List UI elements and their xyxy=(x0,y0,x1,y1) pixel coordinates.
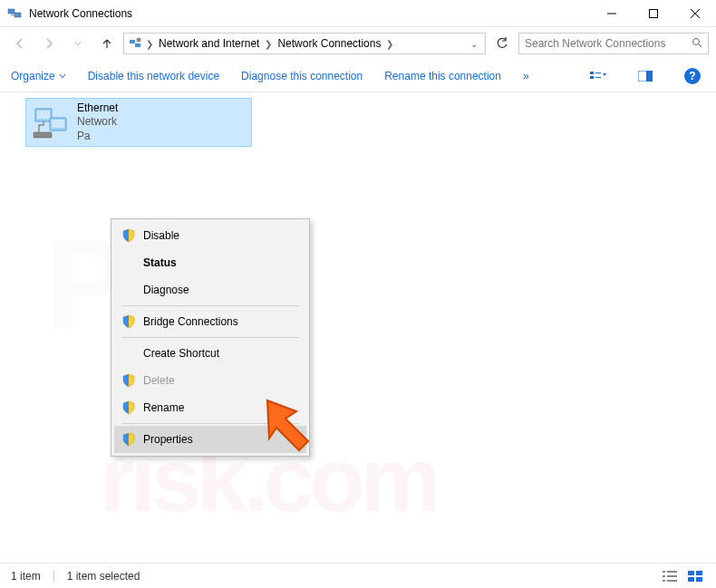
svg-rect-18 xyxy=(663,571,665,573)
svg-rect-4 xyxy=(135,43,140,47)
statusbar: 1 item 1 item selected xyxy=(0,563,716,588)
context-menu: Disable Status Diagnose Bridge Connectio… xyxy=(111,218,310,457)
shield-icon xyxy=(121,400,136,415)
up-button[interactable] xyxy=(94,33,120,54)
breadcrumb-part[interactable]: Network and Internet xyxy=(157,37,261,50)
svg-point-6 xyxy=(693,38,700,44)
svg-rect-7 xyxy=(590,72,594,74)
svg-rect-14 xyxy=(37,111,50,119)
view-options-button[interactable] xyxy=(585,65,611,87)
toolbar-overflow[interactable]: » xyxy=(523,70,529,82)
window-title: Network Connections xyxy=(29,7,591,20)
adapter-name: Ethernet xyxy=(77,101,118,116)
separator xyxy=(121,337,299,338)
svg-rect-12 xyxy=(646,71,653,82)
svg-rect-0 xyxy=(8,9,15,14)
svg-point-5 xyxy=(137,38,141,43)
svg-rect-24 xyxy=(688,571,694,575)
svg-rect-23 xyxy=(667,580,677,582)
svg-rect-20 xyxy=(663,575,665,577)
chevron-right-icon: ❯ xyxy=(146,39,153,49)
svg-rect-16 xyxy=(52,120,64,128)
forward-button[interactable] xyxy=(36,33,62,54)
network-settings-icon xyxy=(128,36,142,51)
cm-disable[interactable]: Disable xyxy=(114,222,306,249)
svg-rect-10 xyxy=(595,77,601,78)
svg-rect-3 xyxy=(130,40,135,43)
search-input[interactable]: Search Network Connections xyxy=(518,33,709,54)
chevron-right-icon: ❯ xyxy=(265,39,272,49)
cm-rename[interactable]: Rename xyxy=(114,394,306,421)
svg-rect-9 xyxy=(595,72,601,73)
maximize-button[interactable] xyxy=(633,0,674,27)
shield-icon xyxy=(121,314,136,329)
adapter-network-label: Network xyxy=(77,115,118,130)
back-button[interactable] xyxy=(7,33,33,54)
separator xyxy=(121,423,299,424)
content-area: PC risk.com Ethernet Network Pa Disable … xyxy=(0,92,716,564)
cm-delete: Delete xyxy=(114,367,306,394)
titlebar: Network Connections xyxy=(0,0,716,27)
svg-rect-19 xyxy=(667,571,677,573)
cm-properties[interactable]: Properties xyxy=(114,426,306,453)
cm-bridge-connections[interactable]: Bridge Connections xyxy=(114,308,306,335)
recent-dropdown[interactable] xyxy=(65,33,91,54)
ethernet-adapter-item[interactable]: Ethernet Network Pa xyxy=(25,98,252,147)
adapter-info: Ethernet Network Pa xyxy=(77,101,118,144)
svg-rect-8 xyxy=(590,76,594,79)
adapter-device-label: Pa xyxy=(77,130,118,144)
organize-menu[interactable]: Organize xyxy=(11,70,66,82)
svg-rect-17 xyxy=(34,132,52,138)
cm-create-shortcut[interactable]: Create Shortcut xyxy=(114,340,306,367)
svg-rect-25 xyxy=(696,571,702,575)
network-adapter-icon xyxy=(32,103,70,141)
svg-rect-26 xyxy=(688,577,694,582)
shield-icon xyxy=(121,373,136,388)
rename-connection-button[interactable]: Rename this connection xyxy=(384,70,501,82)
breadcrumb-dropdown[interactable]: ⌄ xyxy=(467,39,481,49)
breadcrumb[interactable]: ❯ Network and Internet ❯ Network Connect… xyxy=(123,33,486,54)
chevron-down-icon xyxy=(59,72,66,80)
svg-rect-22 xyxy=(663,580,665,582)
help-button[interactable]: ? xyxy=(680,65,705,87)
chevron-right-icon: ❯ xyxy=(386,39,393,49)
svg-rect-2 xyxy=(650,9,658,17)
toolbar: Organize Disable this network device Dia… xyxy=(0,60,716,92)
cm-status[interactable]: Status xyxy=(114,249,306,276)
help-icon: ? xyxy=(684,68,701,84)
breadcrumb-part[interactable]: Network Connections xyxy=(276,37,382,50)
icons-view-button[interactable] xyxy=(685,568,705,584)
search-icon xyxy=(692,37,702,51)
close-button[interactable] xyxy=(674,0,716,27)
diagnose-connection-button[interactable]: Diagnose this connection xyxy=(241,70,363,82)
separator xyxy=(53,570,54,583)
minimize-button[interactable] xyxy=(591,0,633,27)
network-connections-icon xyxy=(7,6,22,21)
shield-icon xyxy=(121,432,136,447)
disable-device-button[interactable]: Disable this network device xyxy=(88,70,219,82)
svg-rect-27 xyxy=(696,577,702,582)
details-view-button[interactable] xyxy=(660,568,680,584)
search-placeholder: Search Network Connections xyxy=(525,37,665,50)
separator xyxy=(121,305,299,306)
selected-count: 1 item selected xyxy=(67,570,140,583)
refresh-button[interactable] xyxy=(489,33,515,54)
item-count: 1 item xyxy=(11,570,41,583)
addressbar: ❯ Network and Internet ❯ Network Connect… xyxy=(0,27,716,60)
preview-pane-button[interactable] xyxy=(633,65,658,87)
window-controls xyxy=(591,0,716,27)
svg-rect-21 xyxy=(667,575,677,577)
cm-diagnose[interactable]: Diagnose xyxy=(114,276,306,304)
shield-icon xyxy=(121,228,136,243)
